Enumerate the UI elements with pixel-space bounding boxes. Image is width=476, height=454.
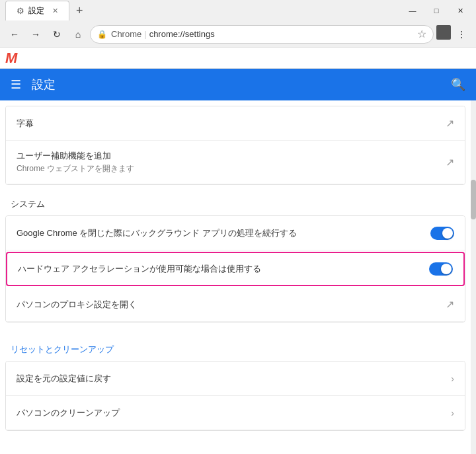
scrollbar-track[interactable] — [471, 100, 476, 454]
captions-external-icon: ↗ — [446, 117, 454, 130]
address-bar[interactable]: 🔒 Chrome | chrome://settings ☆ — [90, 25, 434, 44]
maximize-button[interactable]: □ — [426, 4, 447, 17]
proxy-content: パソコンのプロキシ設定を開く — [17, 299, 446, 311]
reset-settings-label: 設定を元の設定値に戻す — [17, 373, 451, 385]
nav-right-buttons: ⋮ — [436, 25, 471, 44]
hardware-acceleration-label: ハードウェア アクセラレーションが使用可能な場合は使用する — [18, 263, 429, 275]
home-button[interactable]: ⌂ — [69, 25, 87, 44]
cleanup-label: パソコンのクリーンアップ — [17, 407, 451, 419]
tab-close-button[interactable]: ✕ — [52, 7, 58, 15]
system-card: Google Chrome を閉じた際にバックグラウンド アプリの処理を続行する… — [5, 215, 465, 322]
title-bar-left: ⚙ 設定 ✕ + — [5, 1, 90, 20]
hardware-acceleration-toggle[interactable] — [429, 262, 453, 276]
profile-icon[interactable] — [436, 25, 451, 40]
accessibility-card: 字幕 ↗ ユーザー補助機能を追加 Chrome ウェブストアを開きます ↗ — [5, 106, 465, 185]
gmail-logo[interactable]: M — [5, 50, 17, 67]
active-tab[interactable]: ⚙ 設定 ✕ — [5, 1, 69, 20]
back-button[interactable]: ← — [5, 25, 24, 44]
cleanup-item[interactable]: パソコンのクリーンアップ › — [6, 396, 465, 430]
settings-content: 字幕 ↗ ユーザー補助機能を追加 Chrome ウェブストアを開きます ↗ シス… — [0, 100, 471, 454]
background-app-item[interactable]: Google Chrome を閉じた際にバックグラウンド アプリの処理を続行する — [6, 216, 465, 250]
captions-label: 字幕 — [17, 118, 446, 130]
title-bar: ⚙ 設定 ✕ + — □ ✕ — [0, 0, 476, 21]
address-url: chrome://settings — [149, 29, 215, 39]
reset-section-header: リセットとクリーンアップ — [0, 333, 471, 361]
cleanup-content: パソコンのクリーンアップ — [17, 407, 451, 419]
toggle-thumb — [442, 228, 453, 239]
system-section-header: システム — [0, 185, 471, 215]
address-separator: | — [144, 29, 146, 39]
captions-item-content: 字幕 — [17, 118, 446, 130]
hw-toggle-track — [429, 262, 453, 276]
add-accessibility-external-icon: ↗ — [446, 156, 454, 169]
captions-item[interactable]: 字幕 ↗ — [6, 106, 465, 141]
minimize-button[interactable]: — — [402, 4, 423, 17]
tab-gear-icon: ⚙ — [17, 6, 24, 16]
reset-card: 設定を元の設定値に戻す › パソコンのクリーンアップ › — [5, 361, 465, 431]
proxy-external-icon: ↗ — [446, 298, 454, 311]
close-button[interactable]: ✕ — [450, 4, 471, 17]
address-text: Chrome | chrome://settings — [111, 29, 413, 39]
settings-search-icon[interactable]: 🔍 — [451, 77, 465, 92]
reload-button[interactable]: ↻ — [48, 25, 66, 44]
hamburger-menu-icon[interactable]: ☰ — [11, 77, 21, 92]
add-accessibility-sublabel: Chrome ウェブストアを開きます — [17, 163, 446, 174]
hardware-acceleration-item[interactable]: ハードウェア アクセラレーションが使用可能な場合は使用する — [6, 252, 465, 286]
scrollbar-thumb[interactable] — [471, 180, 476, 219]
gmail-bar: M — [0, 48, 476, 69]
menu-button[interactable]: ⋮ — [452, 25, 471, 44]
add-accessibility-content: ユーザー補助機能を追加 Chrome ウェブストアを開きます — [17, 150, 446, 174]
add-accessibility-label: ユーザー補助機能を追加 — [17, 150, 446, 162]
background-app-content: Google Chrome を閉じた際にバックグラウンド アプリの処理を続行する — [17, 227, 430, 239]
settings-header-left: ☰ 設定 — [11, 77, 56, 93]
settings-header: ☰ 設定 🔍 — [0, 69, 476, 100]
reset-settings-item[interactable]: 設定を元の設定値に戻す › — [6, 361, 465, 396]
chrome-label: Chrome — [111, 29, 141, 39]
hw-toggle-thumb — [441, 264, 452, 274]
reset-settings-content: 設定を元の設定値に戻す — [17, 373, 451, 385]
lock-icon: 🔒 — [97, 30, 107, 39]
background-app-label: Google Chrome を閉じた際にバックグラウンド アプリの処理を続行する — [17, 227, 430, 239]
add-accessibility-item[interactable]: ユーザー補助機能を追加 Chrome ウェブストアを開きます ↗ — [6, 141, 465, 184]
background-app-toggle[interactable] — [430, 227, 454, 240]
cleanup-arrow: › — [451, 408, 454, 418]
settings-page-title: 設定 — [32, 77, 56, 93]
navigation-bar: ← → ↻ ⌂ 🔒 Chrome | chrome://settings ☆ ⋮ — [0, 21, 476, 48]
hardware-acceleration-content: ハードウェア アクセラレーションが使用可能な場合は使用する — [18, 263, 429, 275]
new-tab-button[interactable]: + — [69, 1, 90, 20]
proxy-label: パソコンのプロキシ設定を開く — [17, 299, 446, 311]
main-content: 字幕 ↗ ユーザー補助機能を追加 Chrome ウェブストアを開きます ↗ シス… — [0, 100, 476, 454]
forward-button[interactable]: → — [26, 25, 45, 44]
toggle-track — [430, 227, 454, 240]
window-controls: — □ ✕ — [402, 4, 471, 17]
tab-title: 設定 — [28, 5, 44, 17]
reset-settings-arrow: › — [451, 373, 454, 384]
proxy-item[interactable]: パソコンのプロキシ設定を開く ↗ — [6, 287, 465, 322]
bookmark-icon[interactable]: ☆ — [417, 28, 426, 40]
